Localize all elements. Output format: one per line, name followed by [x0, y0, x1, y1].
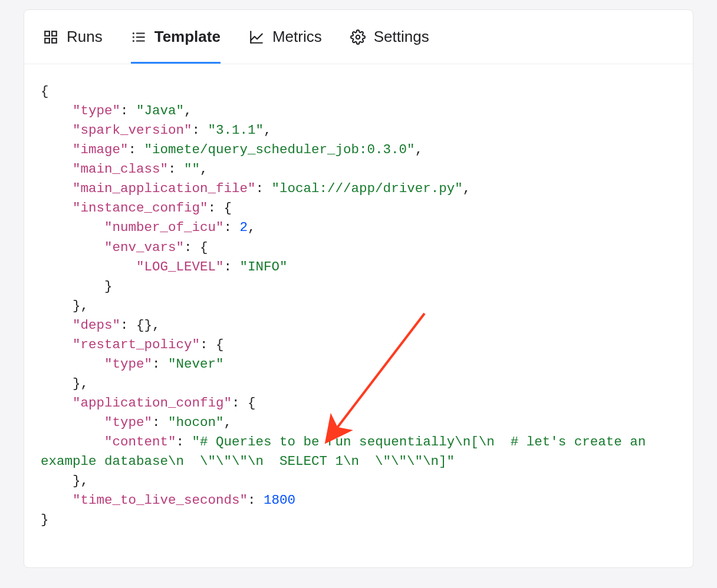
svg-point-7 [133, 32, 133, 33]
chart-icon [249, 29, 264, 45]
svg-rect-3 [52, 38, 57, 43]
grid-icon [43, 29, 58, 45]
tab-label: Template [154, 28, 221, 46]
tab-metrics[interactable]: Metrics [249, 10, 322, 64]
tab-bar: Runs Template [24, 10, 693, 64]
gear-icon [350, 29, 366, 45]
tab-settings[interactable]: Settings [350, 10, 429, 64]
tab-label: Runs [67, 28, 103, 46]
svg-point-12 [356, 35, 360, 39]
svg-rect-2 [45, 38, 50, 43]
template-json-viewer: { "type": "Java", "spark_version": "3.1.… [24, 64, 693, 547]
list-icon [131, 29, 146, 45]
svg-point-9 [133, 40, 133, 41]
content-card: Runs Template [24, 9, 693, 568]
svg-point-8 [133, 37, 133, 37]
tab-label: Settings [374, 28, 429, 46]
svg-rect-0 [45, 31, 50, 36]
svg-rect-1 [52, 31, 57, 36]
tab-label: Metrics [272, 28, 322, 46]
tab-template[interactable]: Template [131, 10, 221, 64]
tab-runs[interactable]: Runs [43, 10, 103, 64]
